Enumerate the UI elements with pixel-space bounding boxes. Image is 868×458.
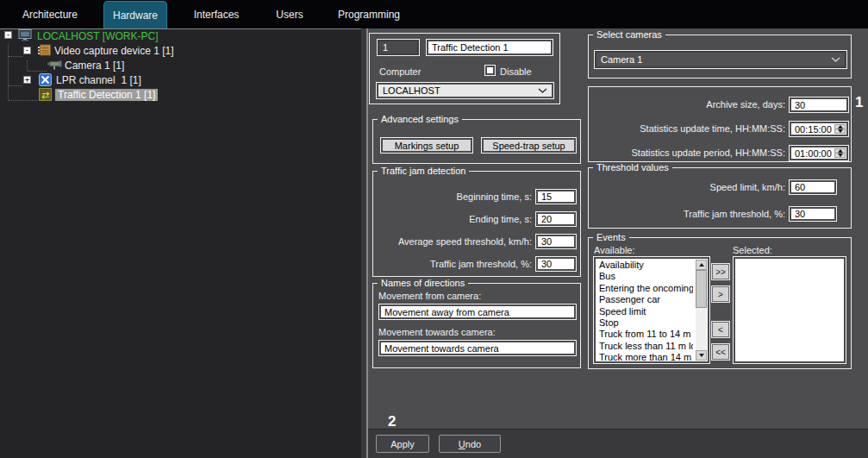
tab-architecture[interactable]: Architecture — [7, 0, 93, 28]
list-item[interactable]: Truck from 11 to 14 m long — [597, 329, 693, 340]
speed-limit-field[interactable]: 60 — [789, 179, 837, 195]
tree-item-lpr-channel[interactable]: LPR channel 1 [1] — [56, 73, 141, 86]
move-all-left-button[interactable]: << — [711, 343, 730, 361]
archive-settings-group: Archive size, days: 30 Statistics update… — [588, 86, 852, 162]
events-group: Events Available: Selected: Availability… — [588, 237, 852, 369]
archive-size-value: 30 — [795, 100, 805, 110]
camera-select[interactable]: Camera 1 — [594, 50, 847, 69]
list-item[interactable]: Availability — [597, 260, 693, 271]
application-window: Architecture Hardware Interfaces Users P… — [0, 0, 868, 458]
jam-threshold-field[interactable]: 30 — [535, 256, 577, 272]
ending-time-field[interactable]: 20 — [535, 211, 577, 227]
average-speed-threshold-field[interactable]: 30 — [535, 234, 577, 249]
move-all-right-button[interactable]: >> — [711, 263, 730, 280]
traffic-jam-threshold-field[interactable]: 30 — [789, 206, 837, 222]
speed-limit-value: 60 — [795, 182, 805, 192]
tree-expander-collapse[interactable]: - — [4, 31, 12, 39]
hardware-tree-panel: - LOCALHOST [WORK-PC] - — [0, 28, 361, 458]
select-cameras-title: Select cameras — [593, 29, 665, 41]
computer-select[interactable]: LOCALHOST — [376, 82, 554, 99]
tree-item-video-capture-device[interactable]: Video capture device 1 [1] — [54, 44, 174, 57]
identity-group: 1 Traffic Detection 1 Computer Disable L… — [369, 33, 560, 104]
spinner-down-icon[interactable] — [834, 154, 846, 158]
disable-label: Disable — [500, 66, 532, 77]
available-events-list[interactable]: Availability Bus Entering the oncoming l… — [593, 256, 710, 364]
movement-towards-camera-field[interactable]: Movement towards camera — [378, 340, 577, 356]
tree-connector — [9, 100, 38, 101]
tree-item-label: LPR channel 1 [1] — [56, 74, 141, 86]
tree-connector — [27, 60, 28, 71]
tree-item-traffic-detection[interactable]: Traffic Detection 1 [1] — [55, 88, 158, 101]
list-item[interactable]: Entering the oncoming lane — [597, 283, 693, 294]
names-of-directions-title: Names of directions — [378, 278, 468, 289]
movement-from-camera-field[interactable]: Movement away from camera — [378, 304, 577, 320]
list-item[interactable]: Bus — [597, 271, 693, 282]
scrollbar-thumb[interactable] — [696, 270, 707, 308]
monitor-icon — [18, 29, 32, 41]
archive-size-label: Archive size, days: — [594, 99, 785, 110]
traffic-jam-detection-group: Traffic jam detection Beginning time, s:… — [372, 171, 581, 277]
object-name-value: Traffic Detection 1 — [432, 42, 509, 53]
list-item[interactable]: Speed limit — [597, 306, 693, 317]
ending-time-value: 20 — [541, 214, 552, 224]
tab-programming[interactable]: Programming — [321, 0, 417, 28]
movement-from-camera-value: Movement away from camera — [384, 307, 509, 317]
apply-button[interactable]: Apply — [376, 435, 429, 453]
tab-bar: Architecture Hardware Interfaces Users P… — [0, 0, 868, 28]
stats-update-time-label: Statistics update time, HH:MM:SS: — [594, 123, 785, 134]
tree-item-label-selected: Traffic Detection 1 [1] — [55, 89, 158, 101]
tree-connector — [8, 44, 9, 100]
beginning-time-field[interactable]: 15 — [535, 189, 577, 204]
spinner-down-icon[interactable] — [834, 129, 846, 134]
undo-button[interactable]: Undo — [439, 435, 501, 453]
archive-size-field[interactable]: 30 — [789, 97, 849, 113]
computer-selected-value: LOCALHOST — [383, 85, 440, 96]
tree-expander-expand[interactable]: + — [23, 76, 31, 84]
panel-splitter[interactable] — [361, 28, 368, 458]
list-item[interactable]: Truck more than 14 m long — [597, 352, 693, 361]
list-item[interactable]: Stop — [597, 317, 693, 329]
disable-checkbox[interactable] — [484, 65, 496, 76]
speed-trap-setup-button[interactable]: Speed-trap setup — [481, 137, 577, 154]
tree-item-label: Video capture device 1 [1] — [54, 45, 174, 57]
list-item[interactable]: Passenger car — [597, 294, 693, 305]
selected-events-list[interactable] — [733, 256, 846, 364]
object-id-value: 1 — [383, 42, 388, 53]
average-speed-threshold-value: 30 — [541, 236, 552, 247]
tree-connector — [9, 56, 22, 57]
stats-update-time-field[interactable]: 00:15:00 — [789, 121, 849, 137]
tab-users[interactable]: Users — [265, 0, 315, 28]
average-speed-threshold-label: Average speed threshold, km/h: — [377, 236, 532, 247]
tree-expander-collapse[interactable]: - — [23, 47, 31, 54]
object-id-field[interactable]: 1 — [377, 39, 420, 56]
tree-item-label: Camera 1 [1] — [65, 60, 124, 72]
select-cameras-group: Select cameras Camera 1 — [588, 35, 852, 78]
beginning-time-label: Beginning time, s: — [377, 191, 532, 202]
callout-marker-2: 2 — [388, 413, 396, 430]
tree-item-localhost[interactable]: LOCALHOST [WORK-PC] — [37, 29, 158, 42]
scroll-down-icon[interactable] — [696, 350, 707, 361]
scroll-up-icon[interactable] — [696, 260, 707, 270]
time-spinner[interactable] — [834, 124, 846, 134]
stats-update-period-field[interactable]: 01:00:00 — [789, 145, 849, 161]
tree-connector — [9, 85, 22, 86]
names-of-directions-group: Names of directions Movement from camera… — [372, 283, 581, 368]
list-scrollbar[interactable] — [696, 260, 707, 361]
time-spinner[interactable] — [834, 148, 846, 158]
camera-selected-value: Camera 1 — [601, 54, 642, 65]
jam-threshold-label: Traffic jam threshold, %: — [377, 259, 532, 269]
object-name-field[interactable]: Traffic Detection 1 — [426, 39, 553, 56]
movement-towards-camera-value: Movement towards camera — [384, 343, 499, 354]
move-right-button[interactable]: > — [711, 285, 730, 303]
callout-marker-1: 1 — [855, 94, 863, 111]
advanced-settings-group: Advanced settings Markings setup Speed-t… — [372, 119, 581, 164]
tab-interfaces[interactable]: Interfaces — [176, 0, 257, 28]
tab-hardware[interactable]: Hardware — [103, 1, 167, 28]
traffic-arrows-icon: ⇄ — [39, 88, 52, 101]
markings-setup-button[interactable]: Markings setup — [380, 137, 473, 154]
jam-threshold-value: 30 — [541, 259, 552, 269]
tree-item-camera[interactable]: Camera 1 [1] — [65, 59, 124, 72]
tree-connector — [28, 71, 47, 72]
move-left-button[interactable]: < — [711, 321, 730, 338]
list-item[interactable]: Truck less than 11 m long — [597, 341, 693, 352]
